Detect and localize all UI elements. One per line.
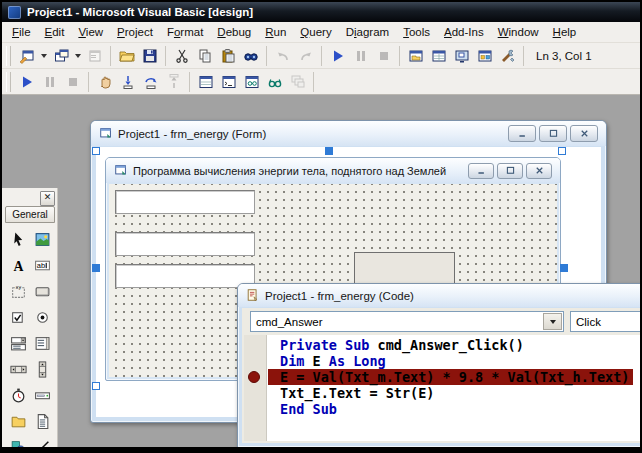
selection-handle[interactable] (92, 264, 100, 272)
copy-button[interactable] (193, 45, 216, 67)
toggle-breakpoint-button[interactable] (93, 71, 116, 93)
toolbox-check-box-tool[interactable] (6, 304, 30, 330)
toolbox-timer-tool[interactable] (6, 382, 30, 408)
textbox-energy[interactable] (115, 264, 255, 288)
toolbox-close-icon[interactable]: ✕ (40, 191, 55, 206)
object-browser-button[interactable] (473, 45, 496, 67)
maximize-button[interactable] (497, 163, 523, 179)
code-text[interactable]: Private Sub cmd_Answer_Click()Dim E As L… (267, 337, 640, 441)
toolbox-command-button-tool[interactable] (30, 278, 54, 304)
menu-item-window[interactable]: Window (491, 24, 546, 40)
menu-item-help[interactable]: Help (546, 24, 584, 40)
selection-handle[interactable] (92, 147, 100, 155)
menu-item-tools[interactable]: Tools (396, 24, 437, 40)
properties-window-button[interactable] (427, 45, 450, 67)
menu-item-file[interactable]: File (5, 24, 38, 40)
close-button[interactable] (526, 163, 552, 179)
toolbox-shape-tool[interactable] (6, 434, 30, 447)
breakpoint-icon[interactable] (248, 371, 260, 383)
textbox-height[interactable] (115, 232, 255, 256)
minimize-button[interactable] (508, 125, 536, 142)
open-project-button[interactable] (115, 45, 138, 67)
menu-item-run[interactable]: Run (258, 24, 293, 40)
toolbox-line-tool[interactable] (30, 434, 54, 447)
toolbox-horizontal-scrollbar-tool[interactable] (6, 356, 30, 382)
menu-item-diagram[interactable]: Diagram (339, 24, 396, 40)
debug-break-button (38, 71, 61, 93)
code-line-5[interactable]: End Sub (267, 401, 640, 417)
menu-item-query[interactable]: Query (293, 24, 338, 40)
watch-window-button[interactable] (240, 71, 263, 93)
code-line-2[interactable]: Dim E As Long (267, 353, 640, 369)
add-standard-exe-project-button[interactable] (15, 45, 38, 67)
close-button[interactable] (570, 125, 598, 142)
code-window[interactable]: Project1 - frm_energy (Code) cmd_Answer … (237, 283, 640, 447)
code-line-3[interactable]: E = Val(Txt_m.Text) * 9.8 * Val(Txt_h.Te… (267, 369, 640, 385)
minimize-button[interactable] (468, 163, 494, 179)
step-out-button (162, 71, 185, 93)
standard-toolbar-grip[interactable] (6, 46, 11, 66)
form-layout-window-button[interactable] (450, 45, 473, 67)
menu-item-project[interactable]: Project (110, 24, 160, 40)
code-line-1[interactable]: Private Sub cmd_Answer_Click() (267, 337, 640, 353)
call-stack-button (286, 71, 309, 93)
debug-start-button[interactable] (15, 71, 38, 93)
toolbox-picture-box-tool[interactable] (30, 226, 54, 252)
cut-button[interactable] (170, 45, 193, 67)
toolbox-frame-tool[interactable]: xy (6, 278, 30, 304)
toolbox-combo-box-tool[interactable] (6, 330, 30, 356)
textbox-mass[interactable] (115, 190, 255, 214)
toolbox-list-box-tool[interactable] (30, 330, 54, 356)
toolbox-button[interactable] (496, 45, 519, 67)
object-dropdown[interactable]: cmd_Answer (250, 311, 564, 332)
menu-item-format[interactable]: Format (160, 24, 210, 40)
selection-handle[interactable] (560, 264, 568, 272)
toolbox-directory-list-box-tool[interactable] (6, 408, 30, 434)
code-window-caption[interactable]: Project1 - frm_energy (Code) (238, 284, 640, 307)
find-button[interactable] (239, 45, 262, 67)
toolbox-text-box-tool[interactable]: ab (30, 252, 54, 278)
menu-item-debug[interactable]: Debug (210, 24, 258, 40)
designed-form-caption[interactable]: Программа вычисления энергии тела, подня… (106, 158, 560, 183)
menu-item-edit[interactable]: Edit (38, 24, 72, 40)
menu-item-view[interactable]: View (71, 24, 110, 40)
toolbox-label-tool[interactable]: A (6, 252, 30, 278)
toolbox-option-button-tool[interactable] (30, 304, 54, 330)
add-form-dropdown-arrow[interactable] (72, 45, 83, 67)
toolbar-separator (523, 46, 524, 66)
toolbox-pointer-tool[interactable] (6, 226, 30, 252)
undo-button (271, 45, 294, 67)
paste-button[interactable] (216, 45, 239, 67)
step-over-button[interactable] (139, 71, 162, 93)
locals-window-button[interactable] (194, 71, 217, 93)
debug-end-button (61, 71, 84, 93)
toolbox-drive-list-box-tool[interactable] (30, 382, 54, 408)
toolbox-tab-general[interactable]: General (5, 206, 55, 223)
breakpoint-margin[interactable] (244, 335, 267, 441)
step-into-button[interactable] (116, 71, 139, 93)
menu-item-addins[interactable]: Add-Ins (437, 24, 491, 40)
procedure-dropdown[interactable]: Click (570, 311, 640, 332)
start-button[interactable] (326, 45, 349, 67)
toolbar-separator (88, 72, 89, 92)
selection-handle[interactable] (325, 147, 333, 155)
toolbox-file-list-box-tool[interactable] (30, 408, 54, 434)
redo-button (294, 45, 317, 67)
immediate-window-button[interactable] (217, 71, 240, 93)
selection-handle[interactable] (558, 147, 566, 155)
code-line-4[interactable]: Txt_E.Text = Str(E) (267, 385, 640, 401)
add-form-button[interactable] (49, 45, 72, 67)
toolbox-vertical-scrollbar-tool[interactable] (30, 356, 54, 382)
svg-text:A: A (13, 258, 23, 273)
selection-handle[interactable] (92, 382, 100, 390)
maximize-button[interactable] (539, 125, 567, 142)
breakpoint-highlight: E = Val(Txt_m.Text) * 9.8 * Val(Txt_h.Te… (268, 369, 633, 385)
quick-watch-button[interactable] (263, 71, 286, 93)
save-project-button[interactable] (138, 45, 161, 67)
debug-toolbar-grip[interactable] (6, 72, 11, 92)
chevron-down-icon[interactable] (543, 313, 562, 330)
code-editor[interactable]: Private Sub cmd_Answer_Click()Dim E As L… (244, 335, 640, 441)
form-designer-caption[interactable]: Project1 - frm_energy (Form) (91, 121, 606, 146)
project-explorer-button[interactable] (404, 45, 427, 67)
add-project-dropdown-arrow[interactable] (38, 45, 49, 67)
